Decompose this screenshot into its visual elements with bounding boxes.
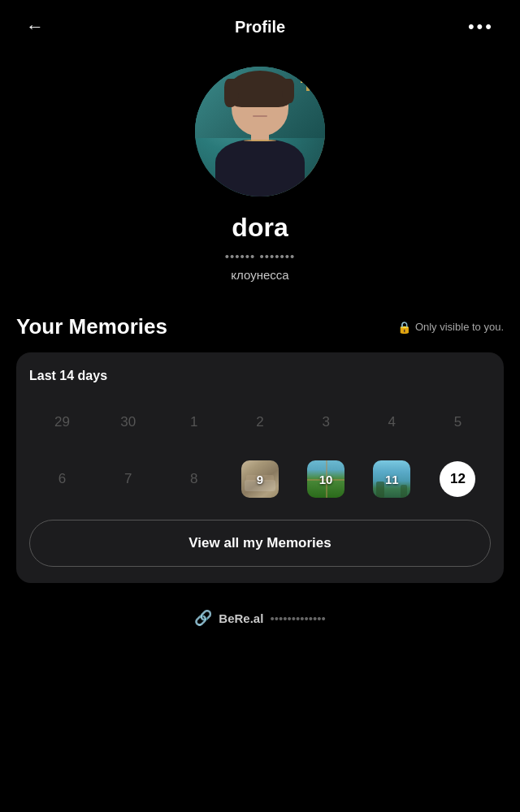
- memories-privacy: 🔒 Only visible to you.: [397, 321, 504, 334]
- memories-title: Your Memories: [16, 314, 167, 339]
- back-button[interactable]: ←: [20, 13, 50, 41]
- username: dora: [232, 213, 288, 243]
- calendar-week1: 29 30 1 2 3 4 5: [29, 398, 491, 447]
- avatar[interactable]: [195, 67, 325, 197]
- cal-day-9[interactable]: 9: [227, 455, 292, 503]
- page-title: Profile: [235, 18, 285, 37]
- profile-section: dora •••••• ••••••• клоунесса: [0, 50, 520, 295]
- footer-domain: BeRe.al: [219, 611, 263, 625]
- cal-day-29: 29: [29, 398, 95, 447]
- lock-icon: 🔒: [397, 321, 411, 334]
- cal-day-7: 7: [95, 455, 161, 503]
- header: ← Profile •••: [0, 0, 520, 50]
- avatar-hair: [229, 71, 291, 107]
- cal-day-1: 1: [161, 398, 227, 447]
- memories-header: Your Memories 🔒 Only visible to you.: [16, 314, 504, 339]
- cal-day-10[interactable]: 10: [293, 455, 359, 503]
- calendar-week2: 6 7 8 9: [29, 455, 491, 503]
- avatar-body: [215, 140, 305, 197]
- view-all-memories-button[interactable]: View all my Memories: [29, 520, 491, 567]
- cal-day-4: 4: [359, 398, 425, 447]
- cal-day-30: 30: [95, 398, 161, 447]
- privacy-label: Only visible to you.: [415, 321, 504, 333]
- link-icon: 🔗: [194, 609, 212, 627]
- cal-day-3: 3: [293, 398, 359, 447]
- memories-card: Last 14 days 29 30 1 2 3 4 5 6 7 8: [16, 352, 504, 583]
- lamp-decoration: [301, 73, 315, 93]
- cal-day-8: 8: [161, 455, 227, 503]
- cal-day-2: 2: [227, 398, 292, 447]
- cal-day-11[interactable]: 11: [359, 455, 425, 503]
- cal-day-5: 5: [425, 398, 491, 447]
- user-bio: клоунесса: [231, 268, 288, 282]
- cal-day-6: 6: [29, 455, 95, 503]
- cal-day-12[interactable]: 12: [425, 455, 491, 503]
- memories-section: Your Memories 🔒 Only visible to you. Las…: [0, 295, 520, 583]
- period-label: Last 14 days: [29, 369, 491, 383]
- footer-link[interactable]: 🔗 BeRe.al •••••••••••••: [0, 583, 520, 646]
- more-options-button[interactable]: •••: [462, 13, 500, 41]
- user-handle: •••••• •••••••: [225, 249, 295, 263]
- footer-handle: •••••••••••••: [270, 611, 325, 625]
